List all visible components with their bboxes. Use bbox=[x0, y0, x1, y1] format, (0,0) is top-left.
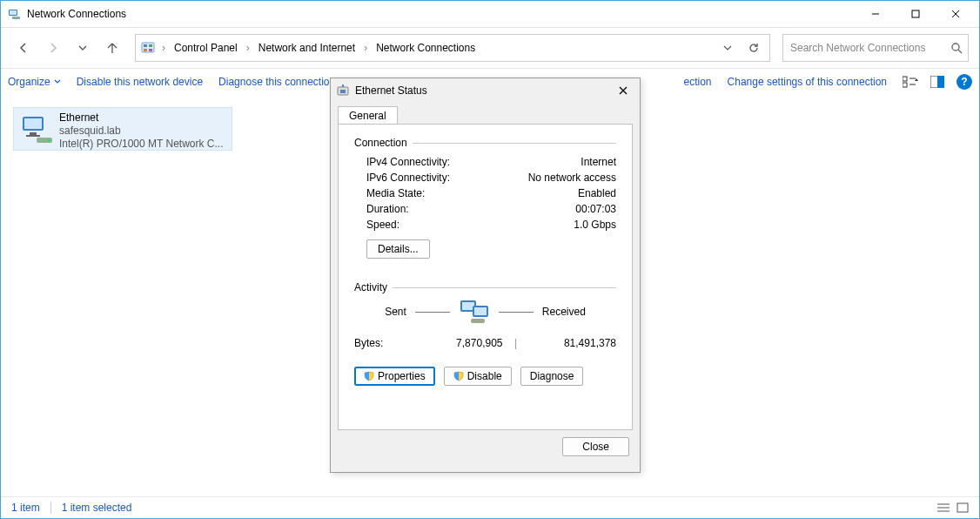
help-button[interactable]: ? bbox=[957, 74, 972, 90]
address-bar[interactable]: › Control Panel › Network and Internet ›… bbox=[135, 34, 770, 62]
network-connections-icon bbox=[8, 7, 22, 21]
svg-rect-2 bbox=[12, 17, 20, 19]
shield-icon bbox=[453, 371, 464, 381]
change-settings-button[interactable]: Change settings of this connection bbox=[728, 76, 887, 88]
svg-rect-36 bbox=[462, 302, 474, 310]
bytes-received-value: 81,491,378 bbox=[529, 337, 617, 349]
tab-strip: General bbox=[331, 103, 640, 124]
nav-row: › Control Panel › Network and Internet ›… bbox=[1, 28, 979, 68]
ethernet-status-dialog: Ethernet Status General Connection IPv4 … bbox=[330, 78, 641, 473]
duration-value: 00:07:03 bbox=[575, 203, 616, 215]
search-input[interactable] bbox=[789, 41, 950, 55]
details-view-button[interactable] bbox=[937, 502, 950, 513]
media-state-value: Enabled bbox=[578, 187, 616, 199]
close-button[interactable]: Close bbox=[562, 437, 629, 456]
divider bbox=[50, 502, 51, 514]
window-title: Network Connections bbox=[27, 8, 126, 20]
svg-rect-29 bbox=[957, 503, 968, 512]
status-selected-count: 1 item selected bbox=[62, 502, 132, 514]
svg-rect-23 bbox=[26, 135, 40, 137]
group-connection-label: Connection bbox=[354, 137, 407, 149]
search-box[interactable] bbox=[782, 34, 969, 62]
activity-header: Sent Received bbox=[354, 299, 616, 325]
speed-value: 1.0 Gbps bbox=[574, 219, 616, 231]
svg-rect-22 bbox=[30, 132, 37, 135]
svg-rect-21 bbox=[24, 118, 42, 129]
duration-label: Duration: bbox=[366, 203, 409, 215]
svg-rect-15 bbox=[903, 83, 907, 87]
breadcrumb-separator-icon[interactable]: › bbox=[245, 42, 252, 54]
svg-rect-8 bbox=[144, 44, 147, 47]
breadcrumb-control-panel[interactable]: Control Panel bbox=[172, 40, 239, 56]
preview-pane-button[interactable] bbox=[930, 76, 944, 88]
diagnose-connection-button[interactable]: Diagnose this connection bbox=[218, 76, 335, 88]
bytes-divider: | bbox=[503, 337, 529, 349]
svg-rect-11 bbox=[149, 49, 152, 51]
shield-icon bbox=[364, 371, 374, 381]
svg-point-25 bbox=[48, 139, 50, 142]
svg-rect-14 bbox=[903, 77, 907, 81]
group-activity-label: Activity bbox=[354, 281, 387, 293]
breadcrumb-separator-icon[interactable]: › bbox=[160, 42, 167, 54]
titlebar: Network Connections bbox=[1, 1, 979, 28]
breadcrumb-separator-icon[interactable]: › bbox=[362, 42, 369, 54]
details-button[interactable]: Details... bbox=[366, 239, 430, 259]
diagnose-button[interactable]: Diagnose bbox=[520, 367, 584, 386]
dialog-titlebar[interactable]: Ethernet Status bbox=[331, 78, 640, 103]
minimize-button[interactable] bbox=[856, 1, 896, 27]
svg-rect-38 bbox=[474, 307, 487, 315]
bytes-sent-value: 7,870,905 bbox=[415, 337, 503, 349]
tab-page-general: Connection IPv4 Connectivity:Internet IP… bbox=[338, 124, 633, 430]
svg-rect-9 bbox=[149, 44, 152, 47]
ipv4-label: IPv4 Connectivity: bbox=[366, 156, 450, 168]
rename-connection-button-tail[interactable]: ection bbox=[684, 76, 712, 88]
disable-device-button[interactable]: Disable this network device bbox=[77, 76, 203, 88]
tab-general[interactable]: General bbox=[338, 106, 398, 125]
breadcrumb-network-connections[interactable]: Network Connections bbox=[374, 40, 477, 56]
svg-rect-4 bbox=[912, 10, 919, 17]
back-button[interactable] bbox=[11, 36, 36, 60]
organize-label: Organize bbox=[8, 76, 50, 88]
bytes-label: Bytes: bbox=[354, 337, 415, 349]
adapter-device: Intel(R) PRO/1000 MT Network C... bbox=[59, 138, 224, 151]
status-item-count: 1 item bbox=[11, 502, 40, 514]
ipv6-label: IPv6 Connectivity: bbox=[366, 172, 450, 184]
adapter-domain: safesquid.lab bbox=[59, 125, 224, 138]
organize-button[interactable]: Organize bbox=[8, 76, 61, 88]
ipv6-value: No network access bbox=[528, 172, 616, 184]
speed-label: Speed: bbox=[366, 219, 399, 231]
received-label: Received bbox=[542, 306, 586, 318]
search-icon[interactable] bbox=[950, 42, 963, 54]
up-button[interactable] bbox=[100, 36, 124, 60]
breadcrumb-network-internet[interactable]: Network and Internet bbox=[257, 40, 357, 56]
ethernet-adapter-icon bbox=[19, 111, 54, 146]
disable-button[interactable]: Disable bbox=[444, 367, 512, 386]
control-panel-icon bbox=[141, 41, 155, 55]
adapter-name: Ethernet bbox=[59, 111, 224, 125]
activity-computers-icon bbox=[459, 299, 490, 325]
svg-rect-1 bbox=[10, 10, 17, 15]
dialog-close-button[interactable] bbox=[612, 81, 634, 100]
close-window-button[interactable] bbox=[936, 1, 976, 27]
adapter-item-ethernet[interactable]: Ethernet safesquid.lab Intel(R) PRO/1000… bbox=[13, 107, 232, 151]
properties-label: Properties bbox=[378, 370, 426, 382]
ipv4-value: Internet bbox=[581, 156, 616, 168]
view-options-button[interactable] bbox=[903, 76, 918, 88]
large-icons-view-button[interactable] bbox=[957, 502, 969, 513]
forward-button[interactable] bbox=[41, 36, 65, 60]
properties-button[interactable]: Properties bbox=[354, 367, 435, 386]
svg-rect-19 bbox=[937, 76, 944, 88]
status-bar: 1 item 1 item selected bbox=[1, 496, 979, 518]
svg-rect-31 bbox=[340, 90, 346, 93]
svg-rect-39 bbox=[471, 319, 485, 323]
refresh-button[interactable] bbox=[743, 37, 764, 58]
chevron-down-icon bbox=[54, 78, 61, 85]
disable-label: Disable bbox=[467, 370, 502, 382]
svg-line-13 bbox=[958, 50, 962, 53]
recent-locations-button[interactable] bbox=[70, 36, 95, 60]
maximize-button[interactable] bbox=[896, 1, 936, 27]
explorer-window: Network Connections › Control Panel › Ne… bbox=[0, 0, 980, 519]
media-state-label: Media State: bbox=[366, 187, 425, 199]
address-dropdown-button[interactable] bbox=[717, 37, 738, 58]
dialog-title: Ethernet Status bbox=[355, 84, 612, 97]
